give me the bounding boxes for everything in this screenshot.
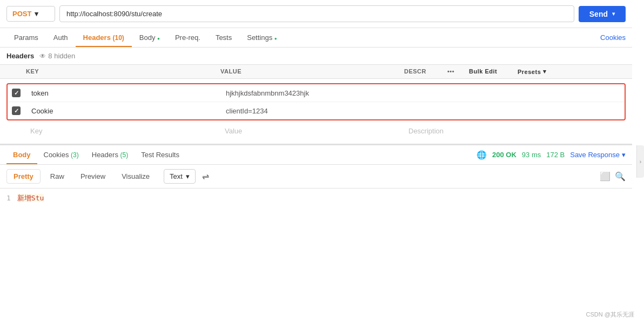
- empty-row: Key Value Description: [6, 123, 626, 139]
- headers-title: Headers: [6, 52, 34, 60]
- response-actions: ⬜ 🔍: [600, 171, 626, 181]
- col-more-header: •••: [447, 68, 469, 75]
- hidden-badge: 👁 8 hidden: [39, 52, 75, 60]
- globe-icon: 🌐: [477, 150, 487, 160]
- table-row: ✓ token hjkhjkdsfabnmbnm3423hjk: [8, 84, 625, 102]
- resp-tab-test-results[interactable]: Test Results: [135, 145, 186, 164]
- method-select[interactable]: POST ▾: [6, 6, 55, 22]
- tab-headers[interactable]: Headers (10): [76, 28, 132, 47]
- table-col-headers: KEY VALUE DESCR ••• Bulk Edit Presets ▾: [0, 65, 632, 79]
- method-label: POST: [12, 10, 31, 18]
- app-container: POST ▾ Send ▾ Params Auth Headers (10) B…: [0, 0, 644, 323]
- col-bulk-header[interactable]: Bulk Edit: [469, 68, 518, 75]
- resp-tab-headers[interactable]: Headers (5): [85, 145, 135, 164]
- tab-params[interactable]: Params: [6, 28, 46, 47]
- response-tabs: Body Cookies (3) Headers (5) Test Result…: [0, 145, 632, 165]
- row1-checkbox[interactable]: ✓: [12, 89, 31, 97]
- col-check-header: [6, 68, 26, 75]
- presets-chevron-icon: ▾: [543, 68, 547, 75]
- checkbox-checked-icon[interactable]: ✓: [12, 89, 21, 97]
- response-chinese-text: 新增Stu: [17, 194, 44, 202]
- format-dropdown[interactable]: Text ▾: [164, 169, 196, 184]
- row1-value[interactable]: hjkhjkdsfabnmbnm3423hjk: [226, 89, 410, 97]
- col-key-header: KEY: [26, 68, 220, 75]
- highlighted-headers-box: ✓ token hjkhjkdsfabnmbnm3423hjk ✓ Cookie…: [6, 83, 626, 120]
- watermark: CSDN @其乐无涯: [586, 311, 634, 319]
- tab-tests[interactable]: Tests: [208, 28, 239, 47]
- row2-checkbox[interactable]: ✓: [12, 106, 31, 115]
- checkbox-checked-icon[interactable]: ✓: [12, 106, 21, 115]
- tab-body[interactable]: Body ●: [132, 28, 167, 47]
- send-label: Send: [589, 10, 608, 18]
- row1-key[interactable]: token: [31, 89, 226, 97]
- view-preview-button[interactable]: Preview: [74, 170, 112, 183]
- col-value-header: VALUE: [220, 68, 404, 75]
- row2-key[interactable]: Cookie: [31, 107, 226, 115]
- response-size: 172 B: [546, 151, 565, 159]
- response-body-content: 1 新增Stu: [0, 189, 632, 208]
- tab-prereq[interactable]: Pre-req.: [167, 28, 208, 47]
- col-desc-header: DESCR: [404, 68, 447, 75]
- tab-settings[interactable]: Settings ●: [239, 28, 284, 47]
- eye-icon: 👁: [39, 52, 46, 60]
- key-placeholder[interactable]: Key: [30, 127, 225, 135]
- cookies-link[interactable]: Cookies: [600, 33, 626, 42]
- save-response-chevron-icon: ▾: [622, 151, 626, 159]
- view-visualize-button[interactable]: Visualize: [115, 170, 156, 183]
- headers-response-badge: (5): [120, 151, 129, 159]
- value-placeholder[interactable]: Value: [225, 127, 408, 135]
- line-numbers: 1: [6, 193, 11, 204]
- headers-rows-container: ✓ token hjkhjkdsfabnmbnm3423hjk ✓ Cookie…: [0, 79, 632, 142]
- response-section: Body Cookies (3) Headers (5) Test Result…: [0, 144, 632, 208]
- status-code: 200 OK: [492, 151, 516, 159]
- content-area: POST ▾ Send ▾ Params Auth Headers (10) B…: [0, 0, 632, 208]
- search-icon[interactable]: 🔍: [615, 171, 626, 181]
- hidden-count: 8 hidden: [48, 52, 75, 60]
- sidebar-handle[interactable]: ›: [636, 145, 644, 178]
- resp-tab-body[interactable]: Body: [6, 145, 37, 164]
- view-raw-button[interactable]: Raw: [44, 170, 71, 183]
- col-presets-header[interactable]: Presets ▾: [518, 68, 572, 75]
- format-label: Text: [170, 172, 183, 180]
- url-bar: POST ▾ Send ▾: [0, 0, 632, 28]
- send-button[interactable]: Send ▾: [579, 6, 626, 22]
- response-time: 93 ms: [522, 151, 541, 159]
- row2-value[interactable]: clientId=1234: [226, 107, 410, 115]
- headers-sub-header: Headers 👁 8 hidden: [0, 48, 632, 65]
- save-response-button[interactable]: Save Response ▾: [570, 151, 626, 159]
- view-pretty-button[interactable]: Pretty: [6, 169, 41, 184]
- copy-icon[interactable]: ⬜: [600, 171, 611, 181]
- format-chevron-icon: ▾: [186, 172, 190, 180]
- response-meta: 🌐 200 OK 93 ms 172 B Save Response ▾: [477, 150, 626, 160]
- send-chevron-icon: ▾: [612, 11, 615, 17]
- request-tabs: Params Auth Headers (10) Body ● Pre-req.…: [0, 28, 632, 48]
- wrap-lines-icon[interactable]: ⇌: [202, 171, 209, 181]
- url-input[interactable]: [59, 5, 574, 22]
- tab-auth[interactable]: Auth: [46, 28, 76, 47]
- response-body-toolbar: Pretty Raw Preview Visualize Text ▾ ⇌ ⬜: [0, 165, 632, 189]
- headers-badge: (10): [112, 34, 124, 42]
- method-chevron-icon: ▾: [35, 10, 38, 18]
- table-row: ✓ Cookie clientId=1234: [8, 102, 625, 119]
- resp-tab-cookies[interactable]: Cookies (3): [37, 145, 85, 164]
- desc-placeholder[interactable]: Description: [408, 127, 444, 135]
- response-text: 新增Stu: [17, 193, 626, 204]
- cookies-response-badge: (3): [71, 151, 79, 159]
